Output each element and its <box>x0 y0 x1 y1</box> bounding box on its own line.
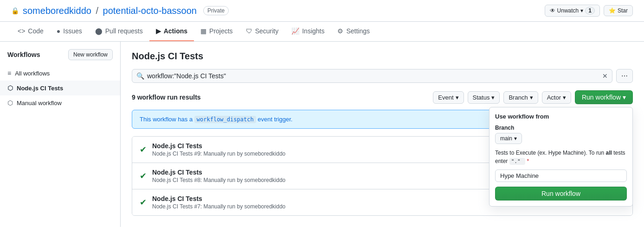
tab-issues-label: Issues <box>63 27 82 35</box>
results-count: 9 workflow run results <box>132 94 201 101</box>
tab-settings-label: Settings <box>346 27 370 35</box>
filter-group: Event ▾ Status ▾ Branch ▾ Actor ▾ R <box>433 90 633 104</box>
trigger-info-code: workflow_dispatch <box>194 116 256 123</box>
run-popup-input[interactable] <box>495 169 627 182</box>
trigger-info-after: event trigger. <box>258 116 292 123</box>
run-workflow-button[interactable]: Run workflow ▾ <box>575 90 633 104</box>
tab-issues[interactable]: ● Issues <box>50 22 89 41</box>
main-layout: Workflows New workflow ≡ All workflows ⬡… <box>0 42 644 227</box>
sidebar-title: Workflows <box>7 51 40 58</box>
tab-code-label: Code <box>28 27 43 35</box>
event-caret-icon: ▾ <box>456 94 459 101</box>
tab-projects-label: Projects <box>209 27 233 35</box>
repo-owner-link[interactable]: someboredkiddo <box>23 6 91 16</box>
run-popup-submit-button[interactable]: Run workflow <box>495 187 627 201</box>
sidebar-header: Workflows New workflow <box>0 49 120 66</box>
repo-name-link[interactable]: potential-octo-bassoon <box>103 6 197 16</box>
event-filter-label: Event <box>438 94 453 101</box>
actor-filter[interactable]: Actor ▾ <box>542 91 571 104</box>
tab-pull-requests[interactable]: ⬤ Pull requests <box>89 22 149 41</box>
tab-pull-requests-label: Pull requests <box>105 27 143 35</box>
sidebar-item-manual-workflow-label: Manual workflow <box>17 100 62 107</box>
actor-caret-icon: ▾ <box>563 94 566 101</box>
tab-projects[interactable]: ▦ Projects <box>194 22 239 41</box>
nav-tabs: <> Code ● Issues ⬤ Pull requests ▶ Actio… <box>0 22 644 42</box>
pull-requests-icon: ⬤ <box>95 27 103 35</box>
tab-insights-label: Insights <box>302 27 324 35</box>
watch-count: 1 <box>585 7 595 14</box>
status-success-icon: ✔ <box>140 171 147 181</box>
run-workflow-popup: Use workflow from Branch main ▾ Tests to… <box>489 107 633 207</box>
search-input[interactable] <box>132 69 612 83</box>
actor-filter-label: Actor <box>547 94 561 101</box>
status-filter-label: Status <box>473 94 490 101</box>
code-icon: <> <box>18 27 25 35</box>
results-header: 9 workflow run results Event ▾ Status ▾ … <box>132 90 633 104</box>
branch-caret-icon: ▾ <box>530 94 533 101</box>
run-workflow-wrap: Run workflow ▾ Use workflow from Branch … <box>575 90 633 104</box>
sidebar-item-all-workflows-label: All workflows <box>15 70 50 77</box>
manual-workflow-icon: ⬡ <box>7 99 13 107</box>
star-button[interactable]: ⭐ Star <box>604 5 633 16</box>
star-label: Star <box>618 7 628 14</box>
tab-actions-label: Actions <box>164 27 187 35</box>
status-success-icon: ✔ <box>140 197 147 207</box>
run-workflow-label: Run workflow <box>582 94 621 101</box>
lock-icon: 🔒 <box>11 7 19 14</box>
issues-icon: ● <box>57 27 60 35</box>
required-star: * <box>527 158 529 164</box>
run-popup-description: Tests to Execute (ex. Hype Machine). To … <box>495 149 627 166</box>
settings-icon: ⚙ <box>337 27 343 35</box>
run-popup-code: "." <box>509 158 526 165</box>
visibility-badge: Private <box>203 6 229 15</box>
search-bar: 🔍 ✕ ⋯ <box>132 69 633 83</box>
tab-security[interactable]: 🛡 Security <box>239 22 285 41</box>
main-content: Node.js CI Tests 🔍 ✕ ⋯ 9 workflow run re… <box>121 42 644 227</box>
trigger-info-before: This workflow has a <box>140 116 193 123</box>
run-popup-desc-all: all <box>606 150 612 156</box>
run-workflow-caret-icon: ▾ <box>623 94 626 101</box>
branch-filter-label: Branch <box>509 94 528 101</box>
tab-settings[interactable]: ⚙ Settings <box>331 22 376 41</box>
projects-icon: ▦ <box>200 27 206 35</box>
status-filter[interactable]: Status ▾ <box>468 91 500 104</box>
branch-caret-icon: ▾ <box>514 135 517 142</box>
sidebar-item-all-workflows[interactable]: ≡ All workflows <box>0 66 120 81</box>
status-success-icon: ✔ <box>140 144 147 155</box>
event-filter[interactable]: Event ▾ <box>433 91 464 104</box>
star-icon: ⭐ <box>609 7 616 14</box>
all-workflows-icon: ≡ <box>7 69 11 77</box>
nodejs-ci-icon: ⬡ <box>7 84 13 92</box>
eye-icon: 👁 <box>550 7 555 14</box>
actions-icon: ▶ <box>156 27 161 35</box>
new-workflow-button[interactable]: New workflow <box>68 49 113 60</box>
branch-select[interactable]: main ▾ <box>495 133 522 144</box>
sidebar-item-manual-workflow[interactable]: ⬡ Manual workflow <box>0 95 120 110</box>
repo-action-buttons: 👁 Unwatch ▾ 1 ⭐ Star <box>545 5 633 17</box>
security-icon: 🛡 <box>246 27 252 35</box>
search-clear-icon[interactable]: ✕ <box>602 72 608 80</box>
sidebar: Workflows New workflow ≡ All workflows ⬡… <box>0 42 121 227</box>
filter-button[interactable]: ⋯ <box>616 69 633 83</box>
repo-path: someboredkiddo / potential-octo-bassoon <box>23 6 197 16</box>
tab-actions[interactable]: ▶ Actions <box>149 22 194 41</box>
run-popup-title: Use workflow from <box>495 113 627 120</box>
repo-header: 🔒 someboredkiddo / potential-octo-bassoo… <box>0 0 644 22</box>
sidebar-item-nodejs-ci-label: Node.js CI Tests <box>17 85 63 92</box>
branch-label: Branch <box>495 125 627 131</box>
run-popup-desc-before: Tests to Execute (ex. Hype Machine). To … <box>495 150 604 156</box>
branch-filter[interactable]: Branch ▾ <box>503 91 538 104</box>
tab-code[interactable]: <> Code <box>11 22 50 41</box>
branch-value: main <box>500 135 512 142</box>
tab-security-label: Security <box>255 27 279 35</box>
search-icon: 🔍 <box>136 72 144 80</box>
sidebar-item-nodejs-ci[interactable]: ⬡ Node.js CI Tests <box>0 81 120 95</box>
watch-button[interactable]: 👁 Unwatch ▾ 1 <box>545 5 600 17</box>
page-title: Node.js CI Tests <box>132 51 633 62</box>
tab-insights[interactable]: 📈 Insights <box>285 22 331 41</box>
search-input-wrap: 🔍 ✕ <box>132 69 612 83</box>
status-caret-icon: ▾ <box>491 94 495 101</box>
insights-icon: 📈 <box>291 27 299 35</box>
watch-label: Unwatch <box>557 7 579 14</box>
watch-caret-icon: ▾ <box>580 7 583 14</box>
